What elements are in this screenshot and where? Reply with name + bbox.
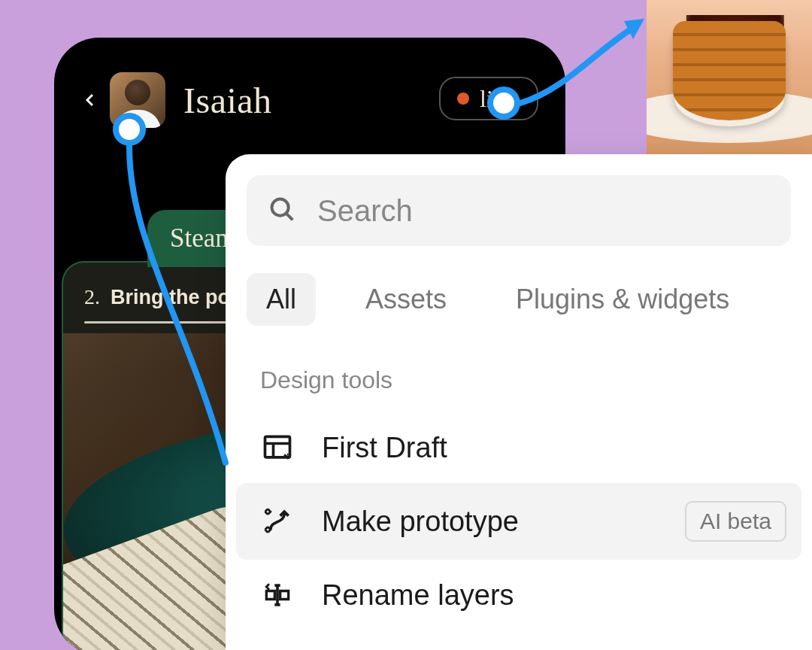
tab-all[interactable]: All bbox=[247, 273, 316, 326]
back-chevron-icon[interactable] bbox=[81, 91, 99, 109]
pancake-image bbox=[647, 0, 812, 156]
user-name: Isaiah bbox=[183, 80, 272, 121]
ai-beta-badge: AI beta bbox=[685, 501, 786, 542]
tool-label: First Draft bbox=[322, 432, 447, 464]
search-icon bbox=[268, 195, 296, 226]
rename-layers-icon bbox=[260, 578, 295, 612]
svg-marker-0 bbox=[624, 19, 644, 39]
live-dot-icon bbox=[457, 93, 469, 105]
actions-popover: All Assets Plugins & widgets Design tool… bbox=[226, 154, 812, 650]
filter-tabs: All Assets Plugins & widgets bbox=[247, 273, 791, 326]
step-number: 2. bbox=[84, 285, 100, 309]
tool-make-prototype[interactable]: Make prototype AI beta bbox=[236, 483, 801, 560]
marker-dot-avatar[interactable] bbox=[113, 113, 146, 146]
svg-rect-3 bbox=[265, 436, 290, 457]
svg-point-1 bbox=[272, 199, 289, 216]
search-input[interactable] bbox=[317, 194, 770, 228]
tool-label: Rename layers bbox=[322, 579, 514, 612]
svg-line-2 bbox=[286, 214, 292, 220]
tab-plugins-widgets[interactable]: Plugins & widgets bbox=[496, 273, 749, 326]
make-prototype-icon bbox=[260, 504, 295, 539]
tool-label: Make prototype bbox=[322, 506, 519, 538]
tool-rename-layers[interactable]: Rename layers bbox=[226, 560, 812, 630]
section-design-tools: Design tools bbox=[260, 366, 812, 394]
marker-dot-live[interactable] bbox=[487, 87, 520, 120]
tab-assets[interactable]: Assets bbox=[346, 273, 466, 326]
first-draft-icon bbox=[260, 430, 295, 465]
tool-first-draft[interactable]: First Draft bbox=[226, 412, 812, 483]
search-field[interactable] bbox=[247, 175, 791, 246]
